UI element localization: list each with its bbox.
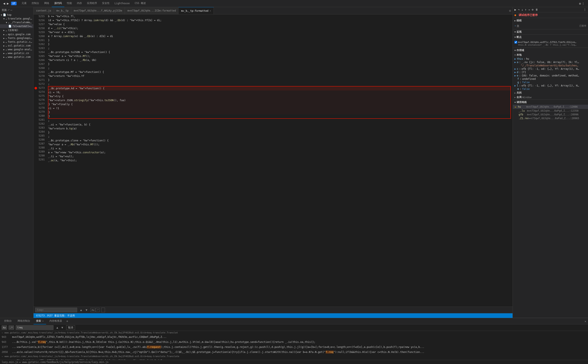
bottom-search-prev[interactable]: ▲ [55, 325, 60, 330]
top-tab-源代码[interactable]: 源代码 [52, 0, 64, 7]
step-icon[interactable]: → [528, 8, 530, 11]
tree-chevron: ▶ [3, 41, 5, 43]
search-result-item[interactable]: m=n73qwf,UUJqVe,ws9Tlc,IZT63,TzmfU,O1Gjz… [0, 358, 588, 360]
call-stack-header[interactable]: ▼ 调用堆栈 [513, 100, 588, 105]
bottom-tab[interactable]: 控制台 [2, 318, 14, 325]
code-editor[interactable]: 5255525652575258525952605261526252635264… [33, 14, 513, 307]
editor-tab[interactable]: m=n73qwf,UUJqVe...ICDe:formatted [125, 7, 178, 14]
search-cancel-button[interactable] [101, 308, 105, 312]
sidebar-item[interactable]: ▶☁fonts.gstatic.com [0, 40, 33, 44]
search-result-item[interactable]: 1377 ...va=function(a,b){for(var c=[],d=… [0, 344, 588, 350]
more-debug-icon[interactable]: ⋮ [583, 8, 586, 11]
tab-close-icon[interactable]: ✕ [210, 10, 211, 12]
top-tab-CSS概述[interactable]: CSS 概述 [132, 0, 148, 7]
regex-btn[interactable]: .* [9, 325, 14, 330]
breakpoint-details: m=n73qwf,UUJqVe,ws9Tlc,IZT63,TzmfU,O1Gjz… [518, 41, 577, 46]
bottom-tab[interactable]: 内存检查器 [47, 318, 65, 325]
back-button[interactable]: ◀ [2, 1, 6, 6]
threads-header[interactable]: ▶ 线程 [513, 18, 588, 23]
settings-icon[interactable]: ⚙ [579, 2, 581, 5]
call-stack-item[interactable]: .Z1.rem=n73qwf,UUJqVe...0aPad,Z...:20965 [513, 117, 588, 120]
search-result-url[interactable]: — www.gstatic.com/_mss/boq-translate/_js… [0, 355, 588, 358]
top-tab-应用程序[interactable]: 应用程序 [85, 0, 99, 7]
sidebar-item[interactable]: ▶☁(没有域) [0, 28, 33, 32]
line-number: 5291 [34, 158, 45, 162]
editor-search-input[interactable] [35, 308, 77, 312]
sidebar-item[interactable]: ▶☁www.google-analyti [0, 47, 33, 51]
editor-tab[interactable]: m=_b,_tp:formatted✕ [178, 7, 213, 14]
bottom-tab[interactable]: 搜索✕ [33, 318, 46, 325]
expand-all-icon[interactable]: ⤢ [7, 8, 10, 12]
top-tab-网络[interactable]: 网络 [42, 0, 52, 7]
search-result-item[interactable]: 943 ...Bc?this.j.va("f.req",this.N.kd())… [0, 339, 588, 344]
editor-tab[interactable]: m=_b,_tp [54, 7, 71, 14]
sidebar-item[interactable]: ▶☁www.gstatic.com [0, 55, 33, 59]
search-result-url[interactable]: — www.gstatic.com/_mss/boq-translate/_js… [0, 331, 588, 334]
scope-section: ▼ 作用域 ▼ 本地 ▶this: hu▶a: _.nu {jc: false,… [513, 48, 588, 100]
split-editor-icon[interactable]: ⊡ [509, 9, 511, 12]
search-next-button[interactable]: ▼ [84, 308, 89, 312]
lazy-min-url: = www.gstatic.com/feedback/js/help/prod/… [19, 361, 108, 364]
call-stack-item[interactable]: →hum=n73qwf,UUJqVe...0aPgd,Z...:12086 [513, 105, 588, 109]
step-into-icon[interactable]: ↓ [521, 8, 523, 11]
search-result-item[interactable]: 943 m=n73qwf,UUJqVe,ws9Tlc,IZT63,TzmfU,O… [0, 334, 588, 339]
pause-on-exceptions-icon[interactable]: ⏸ [535, 8, 538, 11]
sidebar-item[interactable]: ▶☁ssl.gstatic.com [0, 44, 33, 47]
editor-tab[interactable]: content.js [33, 7, 54, 14]
scope-close-header[interactable]: ▶ 关闭 [513, 91, 588, 95]
sidebar-item[interactable]: 📄?sl=auto&tl=zh-C [0, 24, 33, 28]
top-tab-安全性[interactable]: 安全性 [99, 0, 112, 7]
match-case-button[interactable]: Aa [91, 308, 95, 312]
sidebar-item[interactable]: ▶☁apis.google.com [0, 32, 33, 36]
breakpoint-checkbox[interactable] [515, 41, 517, 44]
forward-button[interactable]: ▶ [6, 1, 10, 6]
search-result-item[interactable]: 2058 ...as(e.value))return!0;return!1}},… [0, 350, 588, 355]
regex-button[interactable]: .* [96, 308, 99, 312]
step-out-icon[interactable]: ↑ [525, 8, 526, 11]
scope-expand-icon[interactable]: ▶ [515, 61, 516, 64]
bottom-tab-close-icon[interactable]: ✕ [42, 320, 44, 322]
scope-expand-icon[interactable]: ▶ [515, 74, 516, 77]
step-over-icon[interactable]: ↷ [518, 8, 520, 11]
scope-expand-icon[interactable]: ▶ [515, 71, 516, 74]
aa-btn[interactable]: Aa [2, 325, 7, 330]
scope-local-header[interactable]: ▼ 本地 [513, 53, 588, 57]
call-stack-item[interactable]: gfbm=n73qwf,UUJqVe...0aPgd,Z...:20996 [513, 113, 588, 117]
top-tab-元素[interactable]: 元素 [19, 0, 29, 7]
editor-tab[interactable]: m=n73qwf,UUJqVe...f,AKLKy,pjICDe [71, 7, 125, 14]
more-options-icon[interactable]: ⋮ [582, 2, 585, 5]
line-number: 5287 [34, 142, 45, 146]
deactivate-breakpoints-icon[interactable]: ⊘ [532, 8, 533, 11]
bottom-search-next[interactable]: ▼ [60, 325, 65, 330]
bottom-search-cancel[interactable]: 取消 [66, 325, 75, 330]
resume-icon[interactable]: ▶ [515, 8, 516, 11]
search-prev-button[interactable]: ▲ [79, 308, 83, 312]
scope-key: f [517, 78, 519, 80]
scope-header[interactable]: ▼ 作用域 [513, 48, 588, 53]
sidebar-item[interactable]: ▶☁www.gstatic.cn [0, 51, 33, 55]
breakpoints-header[interactable]: ▼ 断点 [513, 35, 588, 39]
top-tab-性能[interactable]: 性能 [64, 0, 74, 7]
scope-expand-icon[interactable]: ▶ [515, 84, 516, 87]
nav-arrows: ◀ ▶ [2, 0, 10, 7]
call-stack-item[interactable]: _.lum=n73qwf,UUJqVe...0aPgd,Z...:12358 [513, 109, 588, 113]
sidebar-item[interactable]: ▼📄top [0, 13, 33, 17]
top-tab-控制台[interactable]: 控制台 [29, 0, 42, 7]
sidebar-item[interactable]: ▶☁fonts.googleapis.co [0, 36, 33, 40]
breakpoint-file: m=n73qwf,UUJqVe,ws9Tlc,IZT63,TzmfU,O1Gjz… [518, 41, 577, 44]
close-bottom-icon[interactable]: ✕ [585, 320, 586, 323]
watch-header[interactable]: ▼ 监视 [513, 29, 588, 34]
tree-chevron: ▶ [3, 48, 5, 51]
scope-expand-icon[interactable]: ▶ [515, 57, 516, 60]
scope-expand-icon[interactable]: ▶ [515, 67, 516, 70]
sidebar-item[interactable]: ▼☁_/TranslateWebse [0, 20, 33, 24]
more-icon[interactable]: ⋯ [10, 8, 12, 12]
sidebar-item[interactable]: ▼☁translate.google.cn [0, 17, 33, 20]
bottom-search-input[interactable] [16, 325, 53, 330]
top-tab-内存[interactable]: 内存 [74, 0, 85, 7]
scope-global-header[interactable]: ▶ 全局 Window [513, 95, 588, 99]
add-tab-button[interactable]: + [66, 319, 68, 323]
bottom-tab[interactable]: 网络控制台 [15, 318, 33, 325]
top-tab-Lighthouse[interactable]: Lighthouse [112, 0, 132, 7]
tree-label: ?sl=auto&tl=zh-C [12, 25, 33, 28]
